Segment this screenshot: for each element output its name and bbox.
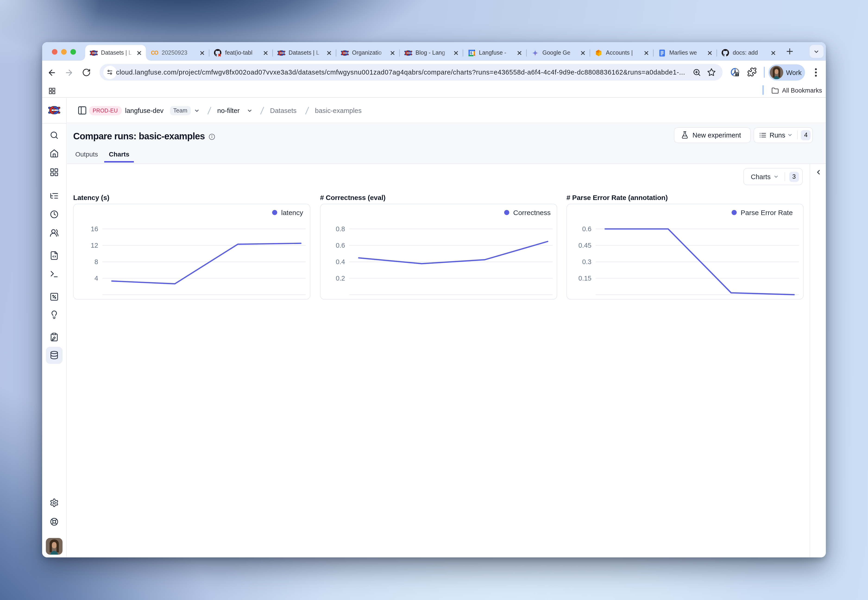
svg-text:Parse Error Rate: Parse Error Rate <box>741 209 793 216</box>
svg-text:0.6: 0.6 <box>336 241 345 249</box>
svg-text:16: 16 <box>91 225 98 232</box>
svg-text:latency: latency <box>281 209 303 216</box>
svg-text:0.4: 0.4 <box>336 258 345 265</box>
svg-text:6: 6 <box>470 51 472 55</box>
svg-text:0.3: 0.3 <box>582 258 592 265</box>
svg-text:8: 8 <box>94 258 98 265</box>
svg-text:12: 12 <box>91 241 98 249</box>
svg-text:0.15: 0.15 <box>578 274 592 282</box>
svg-text:Correctness: Correctness <box>513 209 551 216</box>
svg-text:0.2: 0.2 <box>336 274 345 282</box>
svg-text:4: 4 <box>94 274 98 282</box>
svg-text:0.45: 0.45 <box>578 241 592 249</box>
svg-text:0.6: 0.6 <box>582 225 592 232</box>
svg-text:0.8: 0.8 <box>336 225 345 232</box>
